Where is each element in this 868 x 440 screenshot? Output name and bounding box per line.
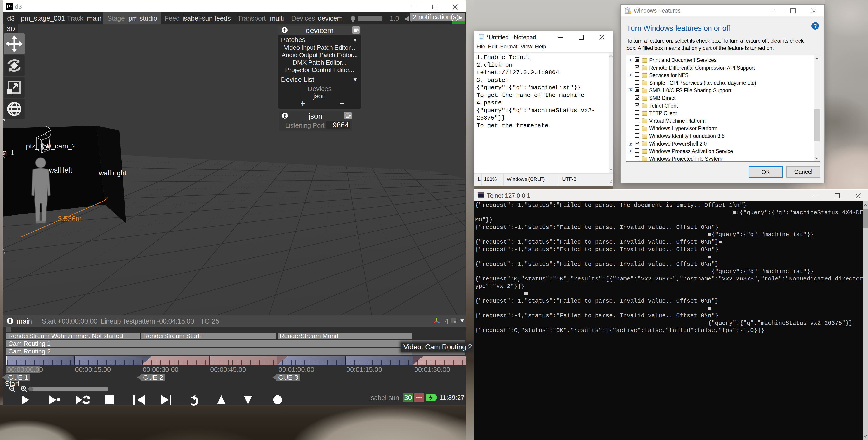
svg-text:3.536m: 3.536m	[58, 215, 82, 223]
svg-text:ptz_150_cam_2: ptz_150_cam_2	[26, 142, 76, 150]
svg-text:m_1: m_1	[3, 149, 14, 157]
svg-text:wall right: wall right	[98, 169, 127, 177]
svg-text:S: S	[3, 248, 5, 256]
svg-text:wall left: wall left	[49, 166, 72, 174]
